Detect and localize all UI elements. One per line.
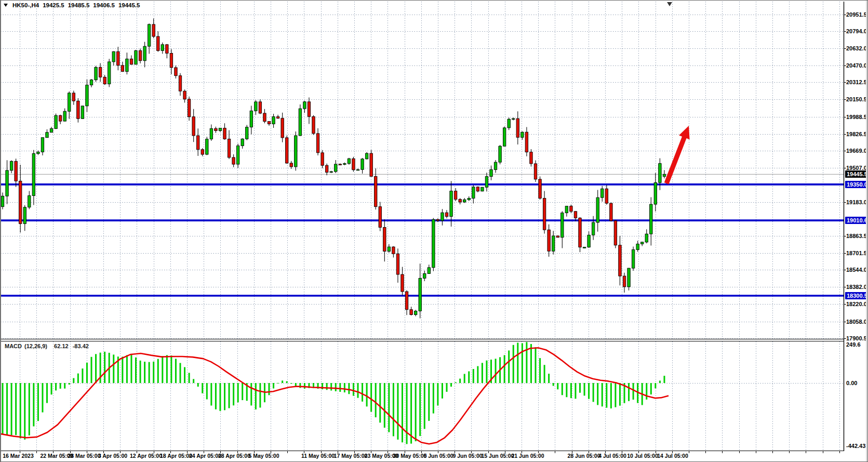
ohlc-open: 19425.5 — [43, 2, 64, 8]
macd-value: 62.12 — [54, 343, 69, 349]
ohlc-close: 19445.5 — [118, 2, 140, 8]
price-axis-label: 18058.0 — [846, 318, 868, 325]
price-axis-label: 20794.0 — [846, 28, 868, 35]
price-axis-label: 20312.5 — [846, 78, 868, 86]
date-label: 12 Apr 05:00 — [130, 453, 162, 459]
price-axis-label: 18382.0 — [846, 283, 868, 291]
macd-axis-label: -442.43 — [846, 442, 868, 450]
date-label: 11 May 05:00 — [301, 453, 335, 459]
buy-arrow-annotation[interactable] — [664, 126, 690, 184]
price-axis-label: 20150.5 — [846, 96, 868, 103]
date-label: 5 May 05:00 — [249, 453, 279, 459]
date-label: 15 Jun 05:00 — [481, 453, 514, 459]
chart-canvas[interactable] — [1, 1, 868, 462]
symbol-period-label: HK50-,H4 — [12, 2, 39, 8]
date-label: 10 Jul 05:00 — [627, 453, 658, 459]
price-axis-label: 19826.5 — [846, 130, 868, 138]
price-axis-label: 20470.0 — [846, 62, 868, 69]
price-axis-label: 19988.5 — [846, 113, 868, 121]
date-label: 28 Jun 05:00 — [567, 453, 600, 459]
level-price-badge: 18300.5 — [845, 292, 867, 299]
date-label: 30 May 05:00 — [393, 453, 427, 459]
macd-indicator-label: MACD(12,26,9) 62.12 -83.42 — [5, 343, 91, 349]
macd-name: MACD(12,26,9) — [5, 343, 50, 349]
price-axis-label: 19669.0 — [846, 147, 868, 154]
date-label: 3 Apr 05:00 — [98, 453, 127, 459]
ohlc-high: 19485.5 — [68, 2, 90, 8]
date-label: 4 Jul 05:00 — [598, 453, 626, 459]
price-axis-label: 20951.5 — [846, 11, 868, 18]
price-axis-label: 18701.5 — [846, 249, 868, 257]
price-axis-label: 19183.0 — [846, 199, 868, 206]
price-axis-label: 18220.0 — [846, 300, 868, 308]
ohlc-low: 19406.5 — [93, 2, 115, 8]
candles-layer — [1, 18, 665, 318]
macd-signal-value: -83.42 — [73, 343, 89, 349]
macd-axis-label: 0.00 — [846, 379, 868, 387]
chart-shift-marker-icon — [667, 2, 672, 6]
date-label: 14 Jul 05:00 — [657, 453, 688, 459]
level-price-badge: 19010.6 — [845, 217, 867, 224]
macd-histogram — [2, 342, 665, 444]
date-label: 5 Jun 05:00 — [423, 453, 453, 459]
window-right-edge — [866, 1, 867, 462]
date-label: 9 Jun 05:00 — [452, 453, 482, 459]
chart-dropdown-icon — [4, 4, 8, 7]
date-label: 28 Apr 05:00 — [218, 453, 250, 459]
price-axis-label: 18544.0 — [846, 266, 868, 273]
chart-title-bar: HK50-,H4 19425.5 19485.5 19406.5 19445.5 — [4, 2, 140, 8]
date-label: 17 May 05:00 — [334, 453, 368, 459]
macd-axis-label: 249.6 — [846, 341, 868, 348]
trading-chart-window: { "title": { "symbol": "HK50-,H4", "open… — [0, 0, 868, 462]
date-label: 16 Mar 2023 — [3, 453, 34, 459]
date-label: 28 Mar 05:00 — [68, 453, 100, 459]
date-label: 24 Apr 05:00 — [189, 453, 221, 459]
support-resistance-lines[interactable] — [1, 184, 844, 296]
current-price-badge: 19445.5 — [845, 170, 867, 178]
date-label: 21 Jun 05:00 — [511, 453, 544, 459]
level-price-badge: 19350.0 — [845, 181, 867, 188]
price-axis-label: 18863.5 — [846, 232, 868, 240]
price-axis-label: 20632.0 — [846, 45, 868, 52]
date-label: 18 Apr 05:00 — [160, 453, 192, 459]
